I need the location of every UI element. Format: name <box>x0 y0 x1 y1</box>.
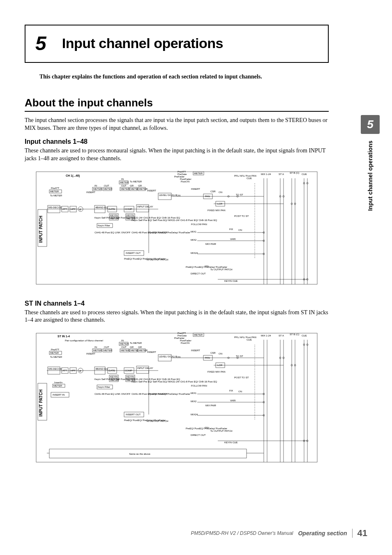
svg-text:INSERT: INSERT <box>147 351 156 353</box>
content-area: 5 Input channel operations This chapter … <box>25 25 329 465</box>
chapter-title: Input channel operations <box>62 35 223 51</box>
svg-text:MIX2: MIX2 <box>191 400 197 403</box>
sub-body-input-1-48: These channels are used to process monau… <box>25 147 329 163</box>
page: 5 Input channel operations 5 Input chann… <box>0 0 392 555</box>
svg-text:METER: METER <box>120 181 129 184</box>
svg-text:FIX: FIX <box>229 228 233 230</box>
svg-text:METER: METER <box>121 349 130 352</box>
svg-text:INSERT: INSERT <box>147 189 156 192</box>
svg-text:DIRECT OUT: DIRECT OUT <box>191 434 206 436</box>
svg-text:LEVEL/
DCA1-8: LEVEL/ DCA1-8 <box>159 194 177 196</box>
svg-text:To METER: To METER <box>130 180 142 183</box>
block-diagram-stin-channels: INPUT PATCH ST IN 1-4 Pair configuration… <box>33 330 321 465</box>
svg-rect-0 <box>36 172 317 284</box>
svg-text:MIX 1-24: MIX 1-24 <box>261 334 271 337</box>
svg-text:PreEQ/
PostEQ/
PreDelay/
PostF: PreEQ/ PostEQ/ PreDelay/ PostFader <box>149 231 190 234</box>
svg-text:Keyin Filter: Keyin Filter <box>98 224 110 227</box>
svg-text:FOLLOW PAN: FOLLOW PAN <box>191 223 207 226</box>
svg-text:OUT: OUT <box>121 346 127 348</box>
svg-text:METER: METER <box>50 352 59 354</box>
section-heading-about: About the input channels <box>25 97 329 109</box>
svg-text:POST TO ST: POST TO ST <box>234 376 249 379</box>
sub-heading-stin-1-4: ST IN channels 1–4 <box>25 300 329 307</box>
svg-text:METER: METER <box>93 349 102 352</box>
svg-text:OUT: OUT <box>121 184 127 187</box>
svg-text:ON: ON <box>238 390 242 393</box>
svg-text:METER: METER <box>194 334 203 336</box>
svg-text:INSERT IN: INSERT IN <box>53 394 65 396</box>
svg-text:Pair configuration of Mono cha: Pair configuration of Mono channel <box>65 339 103 342</box>
svg-text:MS-DECODE: MS-DECODE <box>48 368 64 370</box>
svg-text:MIX1: MIX1 <box>191 230 197 233</box>
svg-text:PreEQ/
PostEQ/
PreDelay/
PostF: PreEQ/ PostEQ/ PreDelay/ PostFader <box>149 393 190 395</box>
svg-text:To METER: To METER <box>50 356 62 358</box>
svg-text:IN: IN <box>121 339 124 342</box>
svg-text:INSERT: INSERT <box>86 352 95 355</box>
svg-text:MIX PAIR: MIX PAIR <box>205 243 217 245</box>
footer-section-name: Operating section <box>298 530 347 537</box>
svg-text:InsertIn: InsertIn <box>54 381 62 384</box>
svg-text:MIX24: MIX24 <box>191 413 198 416</box>
sub-heading-input-1-48: Input channels 1–48 <box>25 138 329 145</box>
svg-text:CH41-48 Post EQ
LINK ON/OFF: CH41-48 Post EQ LINK ON/OFF <box>95 231 131 234</box>
svg-text:IN: IN <box>95 184 97 187</box>
svg-text:MIX1: MIX1 <box>191 392 197 394</box>
svg-text:GR: GR <box>138 346 142 348</box>
side-tab-label: Input channel operations <box>367 140 374 211</box>
svg-text:ST B
(C): ST B (C) <box>290 333 299 336</box>
chapter-intro: This chapter explains the functions and … <box>39 74 329 80</box>
svg-text:Keyin
Self Pre EQ/
Self Post E: Keyin Self Pre EQ/ Self Post EQ/ MIX21-2… <box>131 219 217 221</box>
svg-text:METER: METER <box>53 385 62 387</box>
page-footer: PM5D/PM5D-RH V2 / DSP5D Owner's Manual O… <box>25 528 367 539</box>
svg-text:To OUTPUT PATCH: To OUTPUT PATCH <box>146 258 168 261</box>
svg-text:METER: METER <box>50 190 59 193</box>
svg-text:MS-DECODE: MS-DECODE <box>48 206 64 209</box>
svg-text:PreATT: PreATT <box>51 348 60 351</box>
svg-text:CSR: CSR <box>210 190 216 193</box>
svg-text:GR: GR <box>130 184 134 187</box>
side-tab-number: 5 <box>361 115 380 134</box>
svg-text:Ø: Ø <box>79 208 81 211</box>
section-body-about: The input channel section processes the … <box>25 117 329 132</box>
svg-text:To OUTPUT PATCH: To OUTPUT PATCH <box>210 268 233 271</box>
svg-text:GR: GR <box>138 184 142 187</box>
svg-text:LEVEL/
DCA1-8: LEVEL/ DCA1-8 <box>159 355 177 358</box>
svg-text:CUE: CUE <box>302 334 307 337</box>
svg-text:METER: METER <box>139 349 148 352</box>
svg-text:4BAND EQ: 4BAND EQ <box>95 206 108 209</box>
svg-text:MIX2: MIX2 <box>191 239 197 241</box>
svg-text:FIXED MIX PAN: FIXED MIX PAN <box>208 209 226 212</box>
svg-text:METER: METER <box>194 172 203 175</box>
footer-manual-name: PM5D/PM5D-RH V2 / DSP5D Owner's Manual <box>191 530 293 536</box>
sub-body-stin-1-4: These channels are used to process stere… <box>25 309 329 325</box>
svg-text:TO ST: TO ST <box>236 193 243 196</box>
svg-text:ON: ON <box>219 191 222 193</box>
svg-text:To METER: To METER <box>130 342 142 344</box>
svg-text:IN: IN <box>121 178 124 180</box>
chapter-number: 5 <box>35 32 46 55</box>
chapter-title-box: 5 Input channel operations <box>25 25 329 63</box>
svg-text:Same as the above: Same as the above <box>129 453 150 455</box>
svg-text:ST A: ST A <box>279 173 284 175</box>
svg-text:METER: METER <box>104 188 113 190</box>
svg-text:Ø: Ø <box>79 370 81 372</box>
svg-text:METER: METER <box>121 188 130 190</box>
svg-text:VARI: VARI <box>230 238 236 240</box>
svg-text:METER: METER <box>104 349 113 352</box>
svg-text:ON: ON <box>205 426 208 429</box>
svg-text:To OUTPUT PATCH: To OUTPUT PATCH <box>146 420 168 422</box>
svg-text:PostON: PostON <box>181 180 189 183</box>
block-diagram-input-channels: INPUT PATCH CH 1(...48) MIX 1-24 ST A ST… <box>33 168 321 288</box>
svg-text:FIXED MIX PAN: FIXED MIX PAN <box>208 371 226 373</box>
side-tab: 5 Input channel operations <box>361 115 380 211</box>
svg-text:CUE: CUE <box>302 173 307 175</box>
svg-text:To METER: To METER <box>50 194 62 197</box>
svg-text:INPUT DELAY: INPUT DELAY <box>137 367 153 369</box>
svg-text:PreATT: PreATT <box>51 187 60 189</box>
svg-text:INSERT: INSERT <box>86 191 95 193</box>
svg-text:POST TO ST: POST TO ST <box>234 215 249 217</box>
footer-divider <box>352 529 353 538</box>
svg-text:Keyin
Self Pre EQ/
Self Post E: Keyin Self Pre EQ/ Self Post EQ/ MIX21-2… <box>131 380 217 383</box>
svg-text:TO ST: TO ST <box>236 355 243 357</box>
svg-text:Keyin Filter: Keyin Filter <box>98 386 110 388</box>
